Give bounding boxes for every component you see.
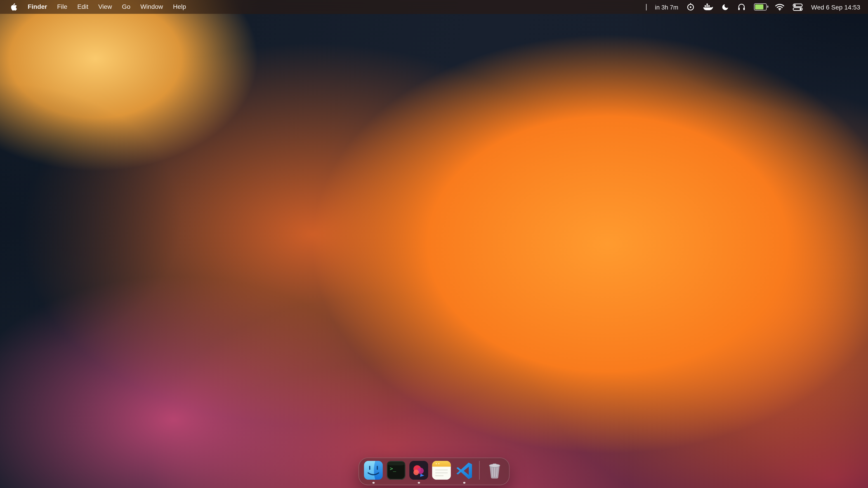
finder-icon (364, 461, 383, 480)
menu-view[interactable]: View (93, 0, 117, 14)
moon-icon[interactable] (721, 0, 729, 14)
dock-item-trash[interactable] (485, 461, 504, 480)
headphones-icon[interactable] (738, 0, 746, 14)
svg-text:>_: >_ (390, 466, 396, 472)
terminal-icon: >_ (387, 461, 405, 480)
dock-item-finder[interactable] (364, 461, 383, 480)
photos-icon (409, 461, 428, 480)
running-indicator (463, 482, 465, 484)
menu-go[interactable]: Go (117, 0, 135, 14)
docker-whale-icon[interactable] (703, 0, 713, 14)
timer-countdown[interactable]: in 3h 7m (655, 0, 678, 14)
dock: >_ (359, 457, 510, 485)
desktop: Finder File Edit View Go Window Help in … (0, 0, 868, 488)
gauge-icon[interactable] (687, 0, 695, 14)
wallpaper-vignette (0, 0, 868, 488)
desktop-wallpaper (0, 0, 868, 488)
trash-icon (485, 461, 504, 480)
notes-icon (432, 461, 451, 480)
battery-icon[interactable] (754, 0, 767, 14)
menu-help[interactable]: Help (168, 0, 191, 14)
running-indicator (418, 482, 420, 484)
control-center-icon[interactable] (793, 0, 803, 14)
dock-item-photos[interactable] (409, 461, 428, 480)
menu-app-name[interactable]: Finder (23, 0, 52, 14)
vscode-icon (455, 461, 473, 480)
wifi-icon[interactable] (775, 0, 784, 14)
menu-bar-status: in 3h 7m (646, 0, 860, 14)
menu-file[interactable]: File (52, 0, 72, 14)
running-indicator (373, 482, 375, 484)
dock-item-terminal[interactable]: >_ (387, 461, 405, 480)
menu-bar: Finder File Edit View Go Window Help in … (0, 0, 868, 14)
dock-item-vscode[interactable] (455, 461, 473, 480)
menu-bar-left: Finder File Edit View Go Window Help (8, 0, 191, 14)
dock-separator (479, 461, 480, 480)
menu-edit[interactable]: Edit (72, 0, 93, 14)
menu-window[interactable]: Window (135, 0, 168, 14)
menu-bar-clock[interactable]: Wed 6 Sep 14:53 (811, 0, 860, 14)
apple-logo-icon (10, 2, 17, 11)
timer-bar-icon[interactable] (646, 0, 647, 14)
apple-menu[interactable] (8, 0, 23, 14)
dock-item-notes[interactable] (432, 461, 451, 480)
